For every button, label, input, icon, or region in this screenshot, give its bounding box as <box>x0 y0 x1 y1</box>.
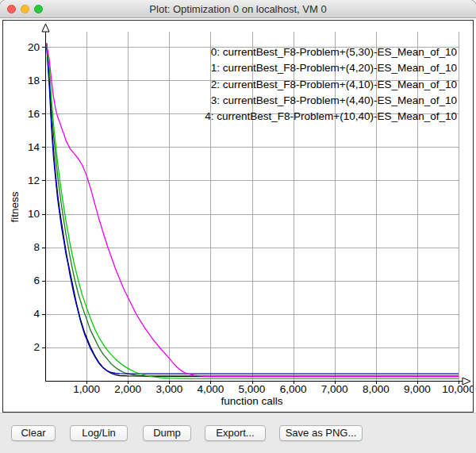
x-axis-label: function calls <box>45 395 459 408</box>
x-tick-label: 6,000 <box>280 383 307 395</box>
legend-item: 2: currentBest_F8-Problem+(4,10)-ES_Mean… <box>211 79 457 90</box>
y-axis-arrow-icon <box>42 24 49 32</box>
chart-canvas: 24681012141618201,0002,0003,0004,0005,00… <box>3 21 473 412</box>
x-tick-label: 10,000 <box>442 383 473 395</box>
log-lin-button[interactable]: Log/Lin <box>70 425 128 441</box>
button-bar: Clear Log/Lin Dump Export... Save as PNG… <box>0 413 476 453</box>
x-tick-label: 4,000 <box>198 383 225 395</box>
plot-window: Plot: Optimization 0 on localhost, VM 0 … <box>0 0 476 453</box>
y-tick-label: 4 <box>33 308 40 320</box>
y-tick-label: 12 <box>28 175 40 186</box>
y-tick-label: 14 <box>28 141 40 153</box>
y-axis-label: fitness <box>9 182 21 232</box>
dump-button[interactable]: Dump <box>143 425 191 441</box>
export-button[interactable]: Export... <box>205 425 266 441</box>
x-tick-label: 7,000 <box>321 383 348 395</box>
y-tick-label: 6 <box>33 274 40 286</box>
legend-item: 4: currentBest_F8-Problem+(10,40)-ES_Mea… <box>205 110 457 122</box>
clear-button[interactable]: Clear <box>11 425 56 441</box>
y-tick-label: 10 <box>28 208 40 220</box>
x-tick-label: 9,000 <box>404 383 431 395</box>
x-tick-label: 8,000 <box>363 383 390 395</box>
x-tick-label: 2,000 <box>114 383 141 395</box>
y-tick-label: 20 <box>28 41 40 53</box>
y-tick-label: 8 <box>33 241 40 253</box>
y-tick-label: 16 <box>28 108 40 120</box>
legend-item: 3: currentBest_F8-Problem+(4,40)-ES_Mean… <box>211 94 457 106</box>
x-tick-label: 1,000 <box>73 383 100 395</box>
legend-item: 1: currentBest_F8-Problem+(4,20)-ES_Mean… <box>211 62 457 74</box>
save-as-png-button[interactable]: Save as PNG... <box>279 425 363 441</box>
y-tick-label: 2 <box>33 341 40 353</box>
legend-item: 0: currentBest_F8-Problem+(5,30)-ES_Mean… <box>211 46 457 58</box>
x-tick-label: 3,000 <box>155 383 182 395</box>
legend: 0: currentBest_F8-Problem+(5,30)-ES_Mean… <box>205 46 457 122</box>
titlebar: Plot: Optimization 0 on localhost, VM 0 <box>0 0 476 18</box>
x-tick-label: 5,000 <box>239 383 266 395</box>
y-tick-label: 18 <box>28 75 40 86</box>
window-title: Plot: Optimization 0 on localhost, VM 0 <box>0 0 476 18</box>
plot-area: 24681012141618201,0002,0003,0004,0005,00… <box>2 20 474 413</box>
